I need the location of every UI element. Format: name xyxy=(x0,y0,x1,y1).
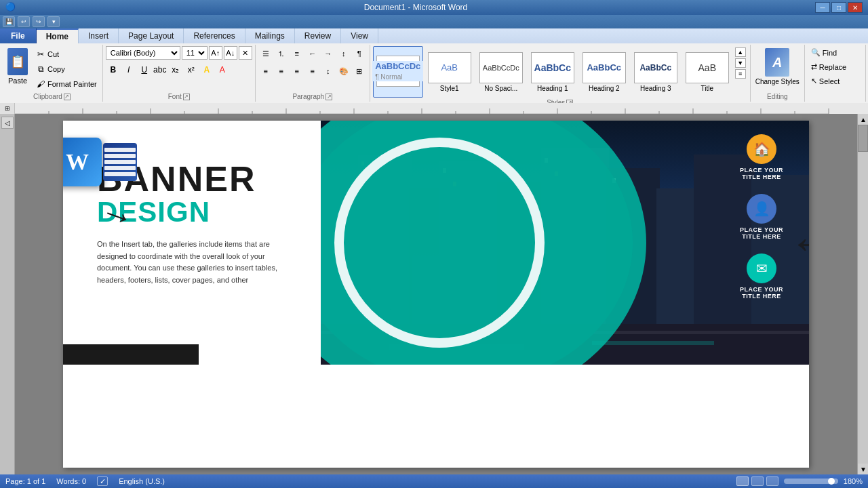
scrollbar-thumb[interactable] xyxy=(858,125,868,152)
scroll-up-btn[interactable]: ▲ xyxy=(858,114,868,125)
zoom-thumb[interactable] xyxy=(828,478,835,485)
highlight-button[interactable]: A xyxy=(199,62,214,77)
undo-quick-btn[interactable]: ↩ xyxy=(18,16,30,27)
font-name-row: Calibri (Body) 11 A↑ A↓ ✕ xyxy=(106,46,252,60)
document-area[interactable]: W → BANNER DESIGN xyxy=(15,114,857,474)
icon-label-3: PLACE YOURTITLE HERE xyxy=(740,286,783,300)
word-logo: W xyxy=(63,138,137,186)
format-painter-label: Format Painter xyxy=(47,80,97,88)
bold-button[interactable]: B xyxy=(106,62,121,77)
replace-label: Replace xyxy=(819,63,846,71)
font-name-select[interactable]: Calibri (Body) xyxy=(106,46,180,60)
spell-check-icon[interactable]: ✓ xyxy=(97,476,108,486)
style-normal-preview: AaBbCcDc¶ Normal xyxy=(376,56,420,87)
tab-file[interactable]: File xyxy=(0,28,37,43)
status-page: Page: 1 of 1 xyxy=(5,477,45,485)
tab-home[interactable]: Home xyxy=(37,28,79,43)
find-button[interactable]: 🔍 Find xyxy=(808,46,840,59)
zoom-slider[interactable] xyxy=(784,479,838,484)
change-styles-button[interactable]: A Change Styles xyxy=(753,46,802,87)
close-btn[interactable]: ✕ xyxy=(848,2,863,13)
underline-button[interactable]: U xyxy=(137,62,152,77)
tab-mailings[interactable]: Mailings xyxy=(245,28,295,43)
font-size-increase[interactable]: A↑ xyxy=(209,46,222,60)
replace-button[interactable]: ⇄ Replace xyxy=(808,60,850,73)
align-justify[interactable]: ≡ xyxy=(305,64,320,79)
scroll-down-btn[interactable]: ▼ xyxy=(858,464,868,474)
customize-quick-btn[interactable]: ▾ xyxy=(47,16,60,27)
full-screen-btn[interactable] xyxy=(751,476,764,486)
style-1[interactable]: AaB Style1 xyxy=(425,46,475,98)
format-painter-button[interactable]: 🖌 Format Painter xyxy=(33,77,100,91)
style-h2-preview: AaBbCc xyxy=(583,52,626,83)
bullets-button[interactable]: ☰ xyxy=(258,46,273,61)
style-h1[interactable]: AaBbCc Heading 1 xyxy=(528,46,578,98)
font-size-decrease[interactable]: A↓ xyxy=(224,46,237,60)
styles-down-arrow[interactable]: ▼ xyxy=(735,58,746,68)
main-area: ◁ xyxy=(0,114,868,474)
left-sidebar-btn[interactable]: ◁ xyxy=(1,117,14,129)
paragraph-expand[interactable]: ↗ xyxy=(326,94,332,100)
line-spacing[interactable]: ↕ xyxy=(321,64,336,79)
icon-label-1: PLACE YOURTITLE HERE xyxy=(740,167,783,180)
change-styles-group: A Change Styles Editing xyxy=(751,45,805,102)
borders-button[interactable]: ⊞ xyxy=(352,64,367,79)
multilevel-button[interactable]: ≡ xyxy=(290,46,304,61)
styles-up-arrow[interactable]: ▲ xyxy=(735,47,746,57)
arrow-left-decoration: ← xyxy=(789,216,809,270)
font-color-button[interactable]: A xyxy=(215,62,230,77)
redo-quick-btn[interactable]: ↪ xyxy=(33,16,45,27)
cut-button[interactable]: ✂ Cut xyxy=(33,47,100,61)
show-marks[interactable]: ¶ xyxy=(352,46,367,61)
superscript-button[interactable]: x² xyxy=(184,62,199,77)
numbering-button[interactable]: ⒈ xyxy=(274,46,289,61)
style-h3[interactable]: AaBbCc Heading 3 xyxy=(631,46,681,98)
style-title[interactable]: AaB Title xyxy=(682,46,732,98)
tab-review[interactable]: Review xyxy=(295,28,341,43)
decrease-indent[interactable]: ← xyxy=(305,46,320,61)
style-normal[interactable]: AaBbCcDc¶ Normal xyxy=(373,46,423,98)
ruler-row: ⊞ xyxy=(0,103,868,114)
tab-page-layout[interactable]: Page Layout xyxy=(119,28,184,43)
tab-view[interactable]: View xyxy=(341,28,378,43)
font-group-content: Calibri (Body) 11 A↑ A↓ ✕ B I U abc x₂ x… xyxy=(106,46,252,92)
scrollbar-track[interactable] xyxy=(858,125,868,464)
style-h2[interactable]: AaBbCc Heading 2 xyxy=(579,46,629,98)
mail-icon-circle: ✉ xyxy=(747,253,776,283)
window-controls[interactable]: ─ □ ✕ xyxy=(815,2,863,13)
style-nospacing[interactable]: AaBbCcDc No Spaci... xyxy=(476,46,526,98)
banner-area: W → BANNER DESIGN xyxy=(63,121,809,365)
select-button[interactable]: ↖ Select xyxy=(808,75,844,87)
font-size-select[interactable]: 11 xyxy=(182,46,208,60)
styles-scroll: ▲ ▼ ≡ xyxy=(734,46,747,80)
align-center[interactable]: ≡ xyxy=(274,64,289,79)
title-bar-left: 🔵 xyxy=(5,2,16,13)
maximize-btn[interactable]: □ xyxy=(831,2,846,13)
tab-insert[interactable]: Insert xyxy=(79,28,119,43)
shading-button[interactable]: 🎨 xyxy=(336,64,351,79)
clear-format-btn[interactable]: ✕ xyxy=(239,46,252,60)
change-styles-content: A Change Styles xyxy=(753,46,802,92)
strikethrough-button[interactable]: abc xyxy=(153,62,167,77)
styles-more-arrow[interactable]: ≡ xyxy=(735,69,746,79)
ruler-corner[interactable]: ⊞ xyxy=(0,103,15,114)
web-layout-btn[interactable] xyxy=(766,476,778,486)
clipboard-expand[interactable]: ↗ xyxy=(64,94,71,100)
copy-button[interactable]: ⧉ Copy xyxy=(33,62,100,76)
subscript-button[interactable]: x₂ xyxy=(168,62,183,77)
style-nospacing-preview: AaBbCcDc xyxy=(479,52,523,83)
align-left[interactable]: ≡ xyxy=(258,64,273,79)
clipboard-right: ✂ Cut ⧉ Copy 🖌 Format Painter xyxy=(33,46,100,91)
save-quick-btn[interactable]: 💾 xyxy=(3,16,15,27)
paste-button[interactable]: 📋 Paste xyxy=(4,46,31,87)
font-expand[interactable]: ↗ xyxy=(183,94,190,100)
sort-button[interactable]: ↕ xyxy=(336,46,351,61)
align-right[interactable]: ≡ xyxy=(290,64,304,79)
tab-references[interactable]: References xyxy=(184,28,245,43)
italic-button[interactable]: I xyxy=(121,62,136,77)
print-layout-btn[interactable] xyxy=(736,476,749,486)
find-label: Find xyxy=(823,49,837,57)
increase-indent[interactable]: → xyxy=(321,46,336,61)
minimize-btn[interactable]: ─ xyxy=(815,2,830,13)
status-language: English (U.S.) xyxy=(119,477,165,485)
